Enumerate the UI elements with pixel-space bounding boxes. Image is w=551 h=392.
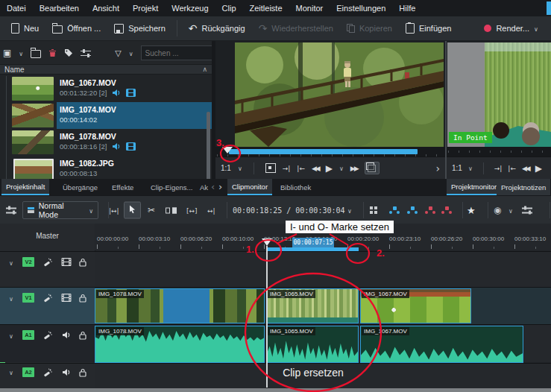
ripple-tool-icon[interactable]: [207, 206, 215, 215]
project-monitor-video[interactable]: [447, 42, 551, 147]
monitor-zoom-bar[interactable]: [229, 149, 418, 154]
menu-item-einstellungen[interactable]: Einstellungen: [330, 0, 392, 16]
effects-wand-icon[interactable]: [43, 331, 52, 341]
menu-item-zeitleiste[interactable]: Zeitleiste: [243, 0, 289, 16]
menu-item-projekt[interactable]: Projekt: [126, 0, 165, 16]
lock-icon[interactable]: [79, 368, 86, 379]
track-badge[interactable]: A2: [22, 367, 34, 377]
play-icon[interactable]: [326, 164, 333, 173]
sort-ascending-icon[interactable]: [202, 66, 207, 73]
tab-scroll-left-icon[interactable]: [211, 182, 215, 192]
track-badge[interactable]: V1: [22, 293, 34, 303]
chevron-down-icon[interactable]: [9, 259, 13, 267]
tab-bibliothek[interactable]: Bibliothek: [276, 179, 315, 195]
tag-icon[interactable]: [64, 48, 73, 57]
bin-scrollbar[interactable]: [207, 112, 210, 179]
extract-zone-icon[interactable]: [425, 206, 436, 214]
menu-item-datei[interactable]: Datei: [0, 0, 33, 16]
menu-item-monitor[interactable]: Monitor: [289, 0, 330, 16]
bin-item-img1067[interactable]: IMG_1067.MOV 00:01:32:20 [2]: [0, 75, 212, 102]
slip-tool-icon[interactable]: [166, 207, 177, 214]
timeline-playhead-marker[interactable]: [262, 238, 272, 246]
new-button[interactable]: Neu: [4, 19, 45, 37]
lock-icon[interactable]: [79, 331, 86, 341]
track-header-v1[interactable]: V1: [0, 288, 95, 324]
lift-zone-icon[interactable]: [441, 206, 453, 214]
tab-ak-truncated[interactable]: Ak: [195, 179, 212, 195]
track-badge[interactable]: A1: [22, 330, 34, 340]
video-track-icon[interactable]: [61, 258, 72, 268]
menu-item-ansicht[interactable]: Ansicht: [86, 0, 126, 16]
delete-icon[interactable]: [48, 48, 57, 57]
menu-item-hilfe[interactable]: Hilfe: [392, 0, 422, 16]
video-track-icon[interactable]: [61, 294, 72, 303]
timeline-settings-icon[interactable]: [6, 206, 16, 215]
filter-chevron-icon[interactable]: [129, 49, 133, 57]
lock-icon[interactable]: [79, 258, 86, 268]
guide-overlay-icon[interactable]: [265, 163, 276, 173]
tab-uebergaenge[interactable]: Übergänge: [58, 179, 102, 195]
toolbar-overflow-icon[interactable]: [435, 163, 440, 174]
set-in-point-icon[interactable]: [283, 165, 291, 172]
track-header-v2[interactable]: V2: [0, 252, 95, 287]
audio-clip-img1078[interactable]: IMG_1078.MOV: [95, 326, 265, 363]
chevron-down-icon[interactable]: [238, 165, 242, 172]
rewind-icon[interactable]: [522, 165, 529, 172]
master-button[interactable]: Master: [0, 227, 95, 244]
razor-tool-icon[interactable]: [148, 206, 155, 215]
play-options-chevron-icon[interactable]: [339, 165, 344, 172]
bin-item-img1082[interactable]: IMG_1082.JPG 00:00:08:13: [0, 156, 212, 179]
chevron-down-icon[interactable]: [9, 368, 13, 376]
menu-item-bearbeiten[interactable]: Bearbeiten: [33, 0, 86, 16]
create-folder-icon[interactable]: [31, 50, 41, 58]
roll-tool-icon[interactable]: [186, 206, 198, 215]
filter-icon[interactable]: [115, 49, 121, 57]
audio-track-icon[interactable]: [62, 368, 71, 378]
set-in-point-icon[interactable]: [494, 165, 503, 172]
track-header-a2[interactable]: A2: [0, 364, 95, 388]
bin-item-img1074-selected[interactable]: IMG_1074.MOV 00:00:14:02: [0, 102, 212, 129]
audio-record-icon[interactable]: [494, 206, 501, 215]
fast-forward-icon[interactable]: [350, 165, 358, 172]
selection-tool-button[interactable]: [124, 202, 141, 219]
lock-icon[interactable]: [79, 294, 86, 304]
record-chevron-icon[interactable]: [509, 206, 513, 215]
video-clip-img1067[interactable]: IMG_1067.MOV: [360, 288, 471, 323]
menu-item-werkzeug[interactable]: Werkzeug: [165, 0, 215, 16]
mixer-icon[interactable]: [370, 206, 378, 214]
tab-projektinhalt[interactable]: Projektinhalt: [1, 179, 49, 195]
clip-monitor-video[interactable]: [235, 42, 444, 147]
track-header-a1[interactable]: A1: [0, 325, 95, 362]
tab-projektmonitor[interactable]: Projektmonitor: [447, 179, 501, 195]
track-lane-v2[interactable]: [95, 252, 551, 287]
track-badge[interactable]: V2: [22, 257, 34, 267]
play-icon[interactable]: [535, 164, 542, 173]
insert-zone-icon[interactable]: [389, 206, 400, 214]
menu-item-clip[interactable]: Clip: [215, 0, 243, 16]
bin-column-header[interactable]: Name: [0, 64, 212, 75]
spacer-tool-icon[interactable]: [109, 206, 119, 215]
add-clip-icon[interactable]: [3, 48, 11, 57]
tab-scroll-right-icon[interactable]: [218, 182, 222, 192]
favorite-effects-icon[interactable]: [467, 206, 476, 215]
bin-item-img1078[interactable]: IMG_1078.MOV 00:00:18:16 [2]: [0, 129, 212, 156]
video-clip-img1065[interactable]: IMG_1065.MOV: [266, 288, 359, 323]
rewind-icon[interactable]: [312, 165, 319, 172]
render-button[interactable]: Render...: [477, 20, 545, 37]
zone-mode-icon[interactable]: [365, 162, 380, 174]
save-button[interactable]: Speichern: [107, 20, 172, 37]
tab-clip-eigenschaften[interactable]: Clip-Eigens...: [146, 179, 198, 195]
chevron-down-icon[interactable]: [9, 294, 13, 303]
timeline-horizontal-scrollbar[interactable]: [0, 388, 551, 392]
chevron-down-icon[interactable]: [9, 332, 13, 340]
add-clip-chevron-icon[interactable]: [19, 49, 23, 57]
set-out-point-icon[interactable]: [297, 165, 305, 172]
set-out-point-icon[interactable]: [508, 165, 516, 172]
video-clip-img1078[interactable]: IMG_1078.MOV: [95, 288, 265, 323]
effects-wand-icon[interactable]: [43, 368, 52, 379]
zoom-level-label[interactable]: 1:1: [221, 164, 231, 172]
timecode-chevron-icon[interactable]: [347, 206, 352, 215]
overwrite-zone-icon[interactable]: [407, 206, 418, 214]
bin-menu-icon[interactable]: [81, 49, 89, 57]
open-button[interactable]: Öffnen ...: [45, 19, 107, 37]
